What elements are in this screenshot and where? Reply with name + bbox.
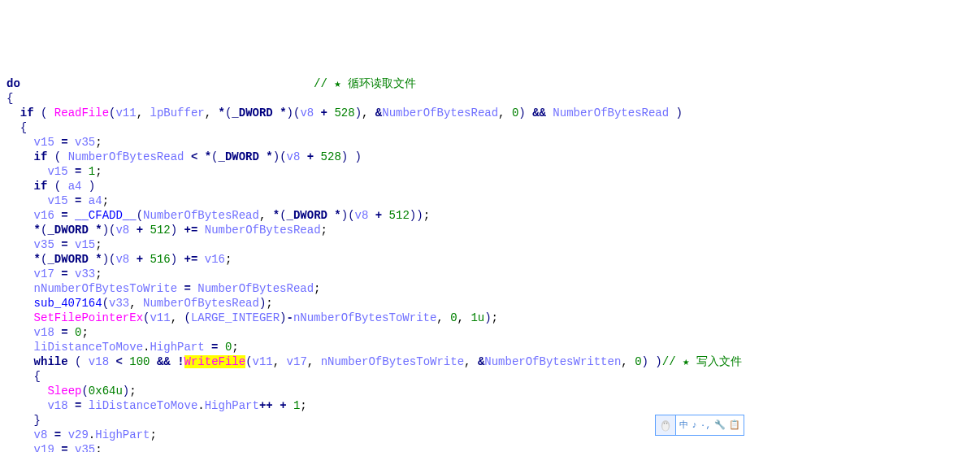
code-line: v16 = __CFADD__(NumberOfBytesRead, *(_DW… [7,209,430,222]
func-cfadd[interactable]: __CFADD__ [75,209,137,222]
svg-point-1 [662,422,669,431]
code-line: do // ★ 循环读取文件 [7,77,416,90]
code-line: Sleep(0x64u); [7,385,137,398]
code-line: { [7,92,13,105]
func-sleep[interactable]: Sleep [47,385,81,398]
code-line: v15 = a4; [7,194,109,207]
code-line: { [7,370,41,383]
code-line: v8 = v29.HighPart; [7,428,157,441]
penguin-icon[interactable] [656,415,676,435]
ime-moon-icon[interactable]: ♪ [692,418,697,432]
code-line: v19 = v35; [7,443,102,452]
comment: // ★ 循环读取文件 [314,77,416,90]
code-line: v18 = liDistanceToMove.HighPart++ + 1; [7,399,307,412]
code-line: liDistanceToMove.HighPart = 0; [7,341,239,354]
code-line: v15 = v35; [7,136,102,149]
ime-settings-icon[interactable]: 🔧 [714,418,726,432]
ime-lang-button[interactable]: 中 [679,418,688,432]
penguin-icon-svg [658,418,673,432]
func-readfile[interactable]: ReadFile [54,106,109,120]
code-line: v15 = 1; [7,165,102,178]
ime-clipboard-icon[interactable]: 📋 [729,418,740,432]
func-writefile[interactable]: WriteFile [184,355,246,368]
code-line: if ( ReadFile(v11, lpBuffer, *(_DWORD *)… [7,106,683,120]
code-line: v18 = 0; [7,326,89,339]
code-line: while ( v18 < 100 && !WriteFile(v11, v17… [7,355,742,368]
svg-point-3 [666,423,668,424]
code-line: { [7,121,27,134]
code-line: *(_DWORD *)(v8 + 512) += NumberOfBytesRe… [7,224,327,237]
code-line: if ( a4 ) [7,180,95,193]
comment: // ★ 写入文件 [662,355,742,368]
code-viewer: do // ★ 循环读取文件 { if ( ReadFile(v11, lpBu… [0,59,980,452]
keyword-do: do [7,77,20,90]
code-line: nNumberOfBytesToWrite = NumberOfBytesRea… [7,282,321,295]
code-line: *(_DWORD *)(v8 + 516) += v16; [7,253,232,266]
code-line: } [7,414,41,427]
code-line: sub_407164(v33, NumberOfBytesRead); [7,297,273,310]
ime-toolbar-items: 中 ♪ ·, 🔧 📋 [676,418,744,432]
code-line: SetFilePointerEx(v11, (LARGE_INTEGER)-nN… [7,311,498,324]
code-line: v17 = v33; [7,267,102,280]
code-line: if ( NumberOfBytesRead < *(_DWORD *)(v8 … [7,150,362,163]
svg-point-2 [664,423,666,424]
ime-toolbar[interactable]: 中 ♪ ·, 🔧 📋 [655,415,744,436]
code-line: v35 = v15; [7,238,102,251]
func-sub[interactable]: sub_407164 [34,297,102,310]
ime-punct-button[interactable]: ·, [700,418,711,432]
func-setfilepointerex[interactable]: SetFilePointerEx [34,311,143,324]
